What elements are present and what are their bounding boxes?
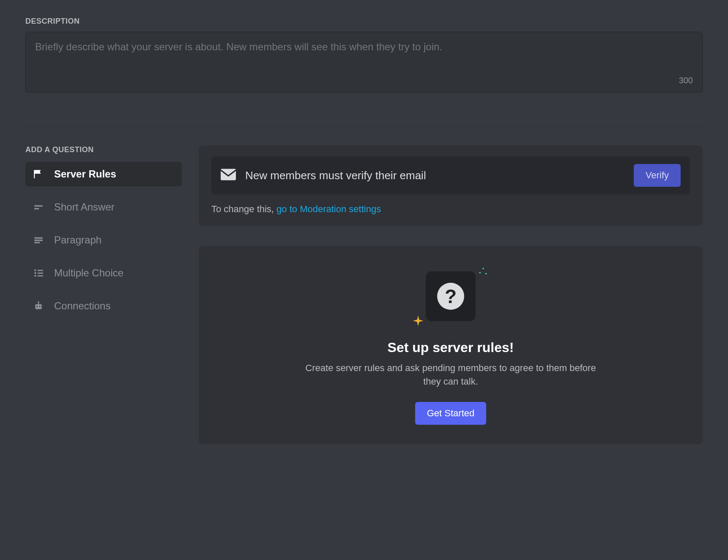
svg-point-13 (39, 306, 41, 307)
svg-rect-3 (34, 240, 43, 241)
svg-point-19 (485, 273, 487, 275)
svg-rect-1 (34, 208, 39, 209)
section-divider (25, 121, 703, 122)
svg-rect-2 (34, 238, 43, 239)
question-type-paragraph[interactable]: Paragraph (25, 228, 182, 252)
rules-title: Set up server rules! (216, 340, 686, 355)
rules-subtitle: Create server rules and ask pending memb… (298, 361, 603, 388)
add-question-label: Add a Question (25, 145, 182, 154)
get-started-button[interactable]: Get Started (415, 402, 487, 425)
svg-point-7 (34, 272, 36, 274)
verify-hint: To change this, go to Moderation setting… (211, 204, 690, 215)
svg-rect-16 (221, 169, 236, 180)
multiple-choice-icon (32, 267, 45, 279)
question-type-label: Short Answer (54, 201, 115, 213)
svg-rect-0 (34, 205, 43, 207)
paragraph-icon (32, 234, 45, 246)
flag-icon (32, 168, 45, 180)
svg-point-12 (36, 306, 38, 307)
verify-hint-prefix: To change this, (211, 204, 276, 214)
question-type-connections[interactable]: Connections (25, 294, 182, 318)
verify-row: New members must verify their email Veri… (211, 156, 690, 194)
svg-point-5 (34, 269, 36, 271)
star-icon (412, 314, 424, 329)
question-type-label: Paragraph (54, 234, 101, 246)
question-mark-icon: ? (426, 271, 476, 321)
verify-button[interactable]: Verify (634, 164, 681, 187)
svg-rect-6 (38, 270, 43, 271)
svg-point-9 (34, 275, 36, 276)
description-label: Description (25, 17, 703, 26)
short-text-icon (32, 201, 45, 213)
question-type-multiple-choice[interactable]: Multiple Choice (25, 261, 182, 285)
verify-email-card: New members must verify their email Veri… (199, 145, 703, 226)
svg-point-18 (479, 272, 481, 273)
mail-icon (221, 169, 236, 182)
server-rules-card: ? Set up server rules! Create server rul… (199, 246, 703, 444)
question-type-server-rules[interactable]: Server Rules (25, 162, 182, 186)
svg-point-15 (38, 301, 39, 303)
robot-icon (32, 300, 45, 312)
question-type-label: Multiple Choice (54, 267, 123, 279)
description-char-count: 300 (679, 76, 693, 85)
svg-rect-8 (38, 273, 43, 274)
svg-point-17 (482, 268, 484, 270)
sparkle-icon (479, 267, 488, 278)
description-input[interactable] (35, 40, 693, 69)
description-box: 300 (25, 32, 703, 93)
svg-rect-11 (35, 304, 41, 309)
question-type-short-answer[interactable]: Short Answer (25, 195, 182, 219)
svg-rect-4 (34, 242, 40, 243)
question-type-label: Server Rules (54, 168, 116, 180)
verify-text: New members must verify their email (245, 169, 624, 182)
svg-rect-10 (38, 275, 43, 276)
question-type-label: Connections (54, 300, 110, 312)
rules-illustration: ? (404, 267, 497, 331)
moderation-settings-link[interactable]: go to Moderation settings (276, 204, 381, 214)
